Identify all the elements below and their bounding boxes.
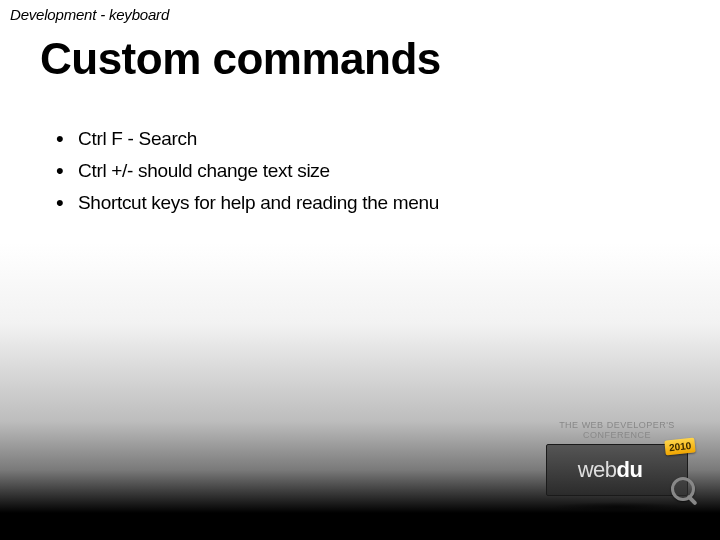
logo-text-du: du	[616, 457, 642, 483]
conference-logo: THE WEB DEVELOPER'S CONFERENCE webdu 201…	[542, 420, 692, 512]
logo-tagline: THE WEB DEVELOPER'S CONFERENCE	[542, 420, 692, 440]
breadcrumb: Development - keyboard	[10, 6, 169, 23]
list-item: Ctrl F - Search	[48, 128, 680, 150]
slide-title: Custom commands	[40, 34, 441, 84]
magnifier-icon	[671, 477, 699, 505]
list-item: Ctrl +/- should change text size	[48, 160, 680, 182]
bullet-list: Ctrl F - Search Ctrl +/- should change t…	[48, 128, 680, 224]
logo-text-web: web	[578, 457, 617, 483]
slide: Development - keyboard Custom commands C…	[0, 0, 720, 540]
logo-shadow	[552, 502, 682, 512]
list-item: Shortcut keys for help and reading the m…	[48, 192, 680, 214]
logo-box: webdu 2010	[546, 444, 688, 496]
logo-year-badge: 2010	[664, 437, 696, 455]
